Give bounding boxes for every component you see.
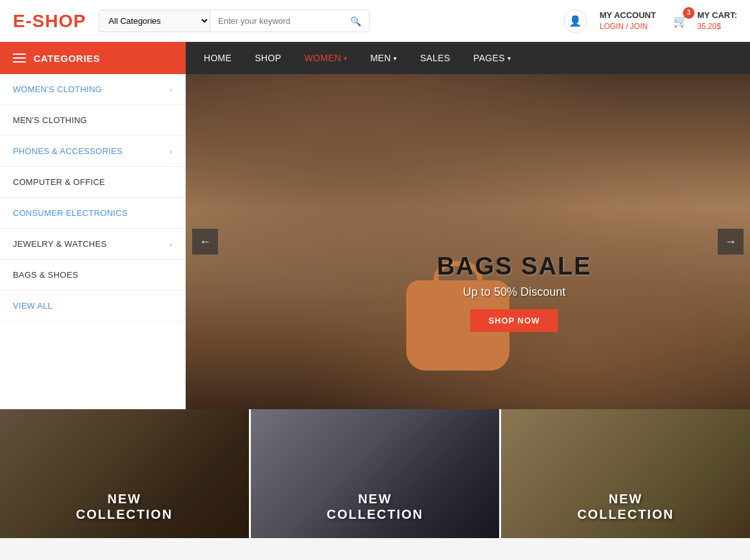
logo-accent: E- — [13, 11, 32, 31]
chevron-right-icon: › — [170, 240, 172, 248]
chevron-right-icon: › — [170, 148, 172, 155]
sidebar-item-consumer-electronics[interactable]: CONSUMER ELECTRONICS — [0, 198, 185, 229]
hero-section: BAGS SALE Up to 50% Discount SHOP NOW ← … — [186, 74, 750, 409]
nav-home[interactable]: HOME — [192, 42, 243, 74]
chevron-right-icon: › — [170, 86, 172, 93]
sidebar-item-label: COMPUTER & OFFICE — [13, 177, 105, 187]
search-button[interactable]: 🔍 — [342, 11, 369, 32]
header: E-SHOP All Categories Women's ClothingMe… — [0, 0, 750, 42]
nav-men[interactable]: MEN▾ — [359, 42, 408, 74]
cart-amount: 35.20$ — [697, 21, 737, 32]
header-right: 👤 MY ACCOUNT LOGIN / JOIN 🛒 3 MY CART: 3… — [564, 10, 737, 33]
nav-sales[interactable]: SALES — [408, 42, 462, 74]
login-join-link[interactable]: LOGIN / JOIN — [600, 21, 656, 32]
sidebar-item-label: JEWELRY & WATCHES — [13, 239, 106, 249]
nav-shop[interactable]: SHOP — [243, 42, 293, 74]
account-label: MY ACCOUNT — [600, 10, 656, 21]
sidebar: WOMEN'S CLOTHING › MEN'S CLOTHING PHONES… — [0, 74, 186, 409]
cart-info[interactable]: MY CART: 35.20$ — [697, 10, 737, 32]
logo-text: SHOP — [32, 11, 86, 31]
collection-item-3[interactable]: NEWCOLLECTION — [499, 409, 750, 538]
account-info[interactable]: MY ACCOUNT LOGIN / JOIN — [600, 10, 656, 32]
sidebar-item-computer-office[interactable]: COMPUTER & OFFICE — [0, 167, 185, 198]
category-select[interactable]: All Categories Women's ClothingMen's Clo… — [99, 10, 210, 32]
nav-women[interactable]: WOMEN▾ — [293, 42, 359, 74]
sidebar-item-label: VIEW ALL — [13, 301, 53, 311]
logo[interactable]: E-SHOP — [13, 11, 86, 32]
chevron-down-icon: ▾ — [508, 55, 511, 62]
collection-label: NEWCOLLECTION — [76, 491, 173, 522]
cart-label: MY CART: — [697, 10, 737, 21]
hero-prev-button[interactable]: ← — [192, 229, 218, 255]
main-layout: WOMEN'S CLOTHING › MEN'S CLOTHING PHONES… — [0, 74, 750, 409]
nav-pages[interactable]: PAGES▾ — [462, 42, 522, 74]
collection-item-2[interactable]: NEWCOLLECTION — [249, 409, 500, 538]
sidebar-item-phones-accessories[interactable]: PHONES & ACCESSORIES › — [0, 136, 185, 167]
sidebar-item-label: WOMEN'S CLOTHING — [13, 84, 102, 94]
sidebar-item-womens-clothing[interactable]: WOMEN'S CLOTHING › — [0, 74, 185, 105]
hero-title: BAGS SALE — [437, 253, 592, 280]
nav-links: HOME SHOP WOMEN▾ MEN▾ SALES PAGES▾ — [186, 42, 529, 74]
hero-next-button[interactable]: → — [718, 229, 744, 255]
hero-shop-now-button[interactable]: SHOP NOW — [470, 309, 558, 332]
cart-badge: 3 — [683, 7, 695, 19]
sidebar-item-label: CONSUMER ELECTRONICS — [13, 208, 128, 218]
sidebar-item-jewelry-watches[interactable]: JEWELRY & WATCHES › — [0, 229, 185, 260]
cart-section: 🛒 3 MY CART: 35.20$ — [669, 10, 737, 33]
cart-icon[interactable]: 🛒 3 — [669, 10, 692, 33]
sidebar-item-view-all[interactable]: VIEW ALL — [0, 291, 185, 322]
sidebar-item-mens-clothing[interactable]: MEN'S CLOTHING — [0, 105, 185, 136]
hero-content: BAGS SALE Up to 50% Discount SHOP NOW — [437, 253, 592, 332]
sidebar-item-label: MEN'S CLOTHING — [13, 115, 87, 125]
search-input[interactable] — [210, 11, 342, 31]
collections-section: NEWCOLLECTION NEWCOLLECTION NEWCOLLECTIO… — [0, 409, 750, 538]
sidebar-item-bags-shoes[interactable]: BAGS & SHOES — [0, 260, 185, 291]
hero-subtitle: Up to 50% Discount — [437, 285, 592, 299]
categories-button[interactable]: CATEGORIES — [0, 42, 186, 74]
collection-item-1[interactable]: NEWCOLLECTION — [0, 409, 249, 538]
account-icon: 👤 — [564, 10, 587, 33]
navbar: CATEGORIES HOME SHOP WOMEN▾ MEN▾ SALES P… — [0, 42, 750, 74]
chevron-down-icon: ▾ — [344, 55, 347, 62]
chevron-down-icon: ▾ — [393, 55, 397, 62]
collection-label: NEWCOLLECTION — [577, 491, 674, 522]
collection-label: NEWCOLLECTION — [327, 491, 424, 522]
hamburger-icon — [13, 53, 26, 63]
sidebar-item-label: BAGS & SHOES — [13, 270, 78, 280]
search-bar: All Categories Women's ClothingMen's Clo… — [99, 10, 370, 32]
categories-label: CATEGORIES — [34, 53, 100, 64]
sidebar-item-label: PHONES & ACCESSORIES — [13, 146, 123, 156]
